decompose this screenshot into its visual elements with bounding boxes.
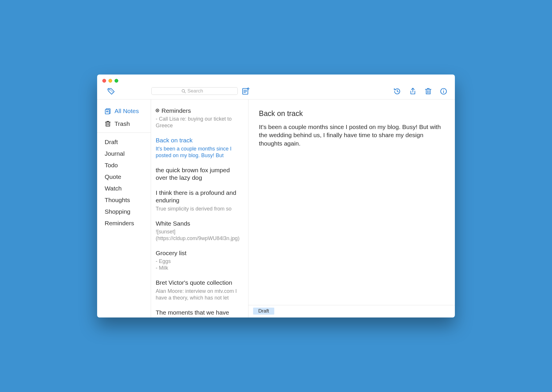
- note-list-title: White Sands: [156, 220, 243, 227]
- sidebar-trash[interactable]: Trash: [97, 117, 151, 130]
- note-list-item[interactable]: the quick brown fox jumped over the lazy…: [156, 164, 243, 186]
- note-title[interactable]: Back on track: [259, 109, 444, 118]
- trash-icon[interactable]: [425, 88, 432, 95]
- pin-icon: [156, 109, 159, 112]
- close-window-button[interactable]: [102, 79, 106, 83]
- sidebar-tag[interactable]: Draft: [97, 136, 151, 148]
- minimize-window-button[interactable]: [108, 79, 112, 83]
- info-icon[interactable]: [440, 88, 447, 95]
- sidebar-tag[interactable]: Quote: [97, 171, 151, 183]
- note-list-item[interactable]: I think there is a profound and enduring…: [156, 186, 243, 217]
- sidebar-all-notes[interactable]: All Notes: [97, 105, 151, 117]
- note-list-item[interactable]: White Sands![sunset](https://cldup.com/9…: [156, 217, 243, 246]
- note-list-title: the quick brown fox jumped over the lazy…: [156, 166, 243, 182]
- search-field[interactable]: [151, 87, 238, 95]
- note-list-preview: - Call Lisa re: buying our ticket to Gre…: [156, 116, 243, 129]
- sidebar-item-label: All Notes: [115, 108, 139, 115]
- history-icon[interactable]: [393, 88, 401, 95]
- sidebar: All Notes Trash DraftJournalTodoQuoteWat…: [97, 99, 151, 317]
- note-list-preview: True simplicity is derived from so: [156, 206, 243, 212]
- share-icon[interactable]: [409, 88, 417, 95]
- note-body[interactable]: It's been a couple months since I posted…: [259, 123, 444, 148]
- tags-icon[interactable]: [106, 88, 116, 95]
- note-list-item[interactable]: Grocery list- Eggs - Milk: [156, 246, 243, 276]
- sidebar-tag[interactable]: Todo: [97, 159, 151, 171]
- note-list-preview: ![sunset](https://cldup.com/9wpWU84l3n.j…: [156, 228, 243, 242]
- app-body: All Notes Trash DraftJournalTodoQuoteWat…: [97, 99, 455, 317]
- sidebar-tag[interactable]: Shopping: [97, 206, 151, 217]
- search-icon: [181, 89, 186, 93]
- svg-point-1: [182, 89, 184, 92]
- sidebar-divider: [97, 133, 151, 133]
- editor-content[interactable]: Back on track It's been a couple months …: [248, 99, 455, 305]
- zoom-window-button[interactable]: [115, 79, 118, 83]
- sidebar-tag-list: DraftJournalTodoQuoteWatchThoughtsShoppi…: [97, 136, 151, 229]
- note-list-title: I think there is a profound and enduring: [156, 189, 243, 204]
- note-list-preview: - Eggs - Milk: [156, 258, 243, 271]
- trash-icon: [105, 121, 111, 127]
- note-list-title: The moments that we have: [156, 309, 243, 316]
- note-list-item[interactable]: Reminders- Call Lisa re: buying our tick…: [156, 104, 243, 134]
- note-list-item[interactable]: The moments that we have: [156, 306, 243, 317]
- app-window: All Notes Trash DraftJournalTodoQuoteWat…: [97, 75, 455, 317]
- note-list-title: Grocery list: [156, 249, 243, 257]
- sidebar-tag[interactable]: Thoughts: [97, 194, 151, 206]
- svg-line-2: [184, 92, 186, 93]
- notes-icon: [105, 108, 111, 114]
- note-list[interactable]: Reminders- Call Lisa re: buying our tick…: [151, 99, 248, 317]
- sidebar-tag[interactable]: Watch: [97, 183, 151, 194]
- new-note-button[interactable]: [242, 87, 250, 95]
- editor-footer: Draft: [248, 305, 455, 317]
- sidebar-tag[interactable]: Reminders: [97, 217, 151, 229]
- note-list-title: Back on track: [156, 137, 243, 144]
- note-list-title: Reminders: [156, 107, 243, 115]
- sidebar-item-label: Trash: [115, 120, 130, 127]
- svg-point-15: [443, 90, 444, 90]
- note-list-title: Bret Victor's quote collection: [156, 279, 243, 286]
- window-controls: [102, 79, 118, 83]
- search-input[interactable]: [188, 88, 208, 94]
- note-list-item[interactable]: Back on trackIt's been a couple months s…: [156, 134, 243, 163]
- note-list-preview: It's been a couple months since I posted…: [156, 146, 243, 159]
- note-list-preview: Alan Moore: interview on mtv.com I have …: [156, 288, 243, 301]
- tag-pill[interactable]: Draft: [253, 308, 274, 315]
- editor-pane: Back on track It's been a couple months …: [248, 99, 455, 317]
- note-list-item[interactable]: Bret Victor's quote collectionAlan Moore…: [156, 276, 243, 306]
- toolbar: [97, 75, 455, 99]
- sidebar-tag[interactable]: Journal: [97, 148, 151, 159]
